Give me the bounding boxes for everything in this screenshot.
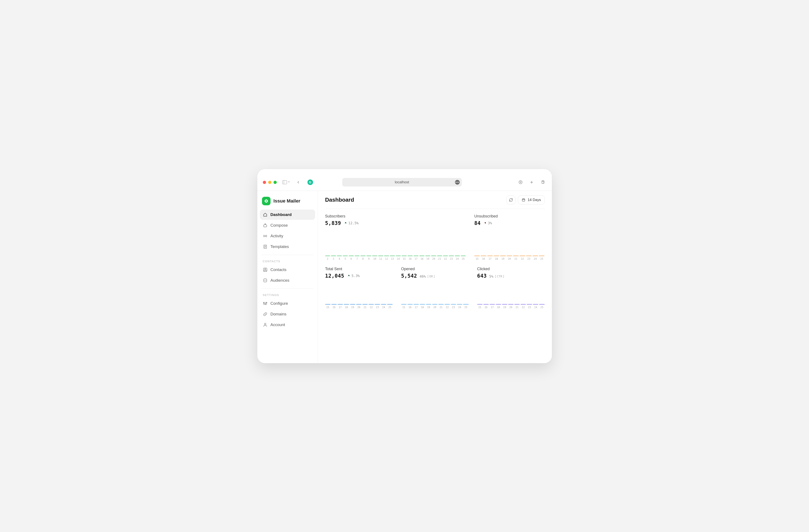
chart-bar: 24 (455, 256, 460, 260)
chart-bar: 16 (407, 304, 413, 309)
browser-sidebar-toggle[interactable] (282, 180, 290, 184)
card-title: Clicked (477, 267, 545, 271)
address-bar[interactable]: localhost ••• (342, 178, 462, 187)
window-close-button[interactable] (263, 181, 266, 184)
sidebar-item-templates[interactable]: Templates (260, 242, 315, 252)
card-title: Total Sent (325, 267, 393, 271)
bar (343, 256, 348, 256)
chart-bar: 20 (431, 256, 436, 260)
chart-bar: 19 (426, 304, 431, 309)
chart-bar: 16 (483, 304, 489, 309)
grammarly-extension-icon[interactable]: G (308, 179, 313, 185)
sidebar-heading-settings: SETTINGS (260, 292, 315, 298)
new-tab-button[interactable] (528, 179, 535, 186)
svg-point-23 (264, 323, 266, 324)
chart-bar: 21 (513, 256, 519, 260)
svg-rect-3 (542, 181, 544, 183)
chart-bar: 5 (343, 256, 348, 260)
sidebar-item-account[interactable]: Account (260, 320, 315, 330)
window-minimize-button[interactable] (268, 181, 271, 184)
subscribers-chart: 2345678910111213141516171819202122232425 (325, 230, 466, 260)
clicked-rate: 5% CTR (489, 274, 504, 279)
bar (514, 304, 520, 304)
sidebar-item-label: Audiences (271, 278, 290, 283)
bar (414, 304, 419, 304)
downloads-button[interactable] (517, 179, 524, 186)
svg-rect-6 (263, 225, 267, 227)
bar (489, 304, 495, 304)
sidebar-item-configure[interactable]: Configure (260, 298, 315, 308)
bar-label: 16 (409, 258, 412, 260)
bar-label: 20 (508, 258, 511, 260)
sidebar-item-label: Domains (271, 312, 287, 317)
window-zoom-button[interactable] (274, 181, 277, 184)
total-sent-trend-value: 5.3% (351, 274, 360, 278)
sidebar-item-label: Account (271, 322, 285, 327)
date-range-button[interactable]: 14 Days (518, 195, 545, 205)
bar-label: 19 (426, 258, 429, 260)
bar-label: 2 (327, 258, 328, 260)
bar-label: 6 (350, 258, 352, 260)
chart-bar: 15 (402, 256, 407, 260)
bar-label: 25 (389, 306, 391, 309)
address-bar-url: localhost (395, 180, 409, 184)
chevron-down-icon (287, 180, 290, 184)
chart-bar: 23 (526, 256, 532, 260)
bar (401, 304, 407, 304)
sidebar-item-audiences[interactable]: Audiences (260, 275, 315, 285)
clicked-rate-value: 5% (489, 274, 493, 279)
chart-bar: 25 (461, 256, 466, 260)
bar-label: 22 (446, 306, 449, 309)
chart-bar: 22 (520, 304, 526, 309)
bar-label: 16 (332, 306, 335, 309)
sidebar-item-label: Templates (271, 244, 289, 249)
bar (419, 256, 425, 256)
sidebar-item-contacts[interactable]: Contacts (260, 265, 315, 275)
chart-bar: 22 (443, 256, 448, 260)
bar-label: 20 (510, 306, 513, 309)
home-icon (263, 212, 268, 217)
bar (457, 304, 462, 304)
bar-label: 14 (397, 258, 400, 260)
bar-label: 19 (501, 258, 504, 260)
clicked-value: 643 (477, 273, 487, 279)
bar-label: 17 (339, 306, 342, 309)
svg-rect-14 (263, 279, 267, 282)
brand[interactable]: Issue Mailer (260, 195, 315, 209)
bar-label: 19 (427, 306, 430, 309)
refresh-button[interactable] (506, 195, 515, 205)
bar-label: 23 (528, 306, 531, 309)
sidebar-item-domains[interactable]: Domains (260, 309, 315, 319)
sidebar-item-activity[interactable]: Activity (260, 231, 315, 241)
arrow-up-right-icon (344, 221, 347, 225)
bar-label: 18 (421, 306, 424, 309)
sidebar-item-compose[interactable]: Compose (260, 220, 315, 230)
bar-label: 24 (534, 306, 537, 309)
sidebar-item-label: Contacts (271, 267, 287, 272)
tab-overview-button[interactable] (539, 179, 546, 186)
bar (407, 304, 413, 304)
browser-back-button[interactable] (295, 179, 302, 186)
sidebar-item-dashboard[interactable]: Dashboard (260, 210, 315, 220)
bar-label: 8 (362, 258, 364, 260)
bar (508, 304, 514, 304)
bar (519, 256, 525, 256)
bar (461, 256, 466, 256)
address-bar-more-icon[interactable]: ••• (455, 180, 460, 184)
svg-point-15 (264, 280, 265, 281)
header-actions: 14 Days (506, 195, 545, 205)
bar (331, 304, 337, 304)
card-clicked: Clicked 643 5% CTR 151617181920212223242… (477, 267, 545, 309)
chart-bar: 15 (477, 304, 483, 309)
bar (539, 304, 545, 304)
bar-label: 24 (382, 306, 385, 309)
clicked-tag: CTR (495, 274, 504, 278)
opened-rate-value: 46% (419, 274, 426, 279)
chart-bar: 23 (527, 304, 532, 309)
bar-label: 5 (345, 258, 346, 260)
card-total-sent: Total Sent 12,045 5.3% 15161718192021222… (325, 267, 393, 309)
bar (420, 304, 425, 304)
subscribers-trend: 12.5% (344, 221, 359, 225)
opened-tag: OR (427, 274, 435, 278)
card-title: Opened (401, 267, 469, 271)
